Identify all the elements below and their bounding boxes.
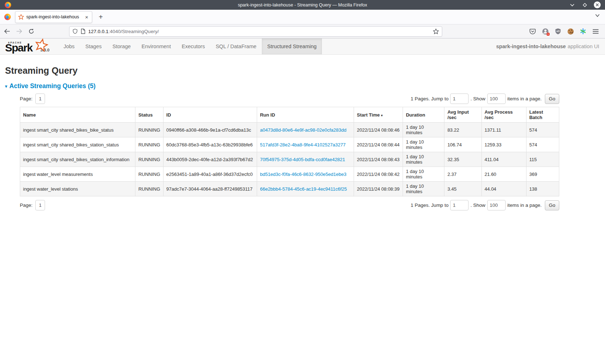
list-tabs-button[interactable] bbox=[595, 14, 600, 17]
header-avg-input[interactable]: Avg Input /sec bbox=[444, 107, 481, 123]
header-duration[interactable]: Duration bbox=[403, 107, 444, 123]
application-label: spark-ingest-into-lakehouse application … bbox=[496, 38, 605, 54]
back-button[interactable] bbox=[1, 26, 12, 36]
nav-tab-sql-dataframe[interactable]: SQL / DataFrame bbox=[210, 38, 262, 54]
spark-logo[interactable]: APACHE Spark 3.3.0 bbox=[0, 38, 53, 54]
header-latest-batch[interactable]: Latest Batch bbox=[526, 107, 559, 123]
cell-start-time: 2022/11/24 08:08:43 bbox=[354, 152, 403, 167]
spark-nav-items: Jobs Stages Storage Environment Executor… bbox=[58, 38, 322, 54]
header-name[interactable]: Name bbox=[20, 107, 135, 123]
cell-run-id: a0473d8d-80e6-4e9f-ac98-02e0cfa283dd bbox=[257, 123, 354, 137]
jump-to-input[interactable] bbox=[450, 200, 469, 210]
cell-status: RUNNING bbox=[135, 137, 163, 152]
header-id[interactable]: ID bbox=[163, 107, 257, 123]
cell-status: RUNNING bbox=[135, 167, 163, 182]
go-button[interactable]: Go bbox=[545, 94, 559, 104]
page-title: Streaming Query bbox=[5, 65, 600, 76]
run-id-link[interactable]: a0473d8d-80e6-4e9f-ac98-02e0cfa283dd bbox=[260, 127, 346, 133]
total-pages-text: 1 Pages. Jump to bbox=[411, 96, 448, 101]
cell-id: 0940ff66-a308-466b-9e1a-cf7cd6dba13c bbox=[163, 123, 257, 137]
toolbar-extensions: ✕ uO bbox=[529, 28, 605, 35]
header-start-time[interactable]: Start Time ▾ bbox=[354, 107, 403, 123]
nav-tab-jobs[interactable]: Jobs bbox=[58, 38, 80, 54]
nav-tab-stages[interactable]: Stages bbox=[80, 38, 107, 54]
cookie-extension-icon[interactable] bbox=[567, 28, 574, 35]
account-extension-icon[interactable]: ✕ bbox=[542, 28, 549, 35]
cell-avg-input: 32.35 bbox=[444, 152, 481, 167]
cell-duration: 1 day 10 minutes bbox=[403, 182, 444, 196]
cell-start-time: 2022/11/24 08:08:46 bbox=[354, 123, 403, 137]
cell-avg-input: 2.37 bbox=[444, 167, 481, 182]
page-number-input[interactable] bbox=[35, 200, 45, 210]
nav-tab-environment[interactable]: Environment bbox=[136, 38, 176, 54]
cell-avg-input: 3.45 bbox=[444, 182, 481, 196]
go-button[interactable]: Go bbox=[545, 200, 559, 210]
nav-tab-storage[interactable]: Storage bbox=[107, 38, 136, 54]
cell-latest-batch: 369 bbox=[526, 167, 559, 182]
url-path: :4040/StreamingQuery/ bbox=[108, 29, 159, 34]
spark-wordmark: Spark bbox=[5, 43, 32, 53]
application-suffix: application UI bbox=[568, 44, 599, 49]
header-avg-process[interactable]: Avg Process /sec bbox=[481, 107, 526, 123]
page-label: Page: bbox=[20, 203, 32, 208]
header-run-id[interactable]: Run ID bbox=[257, 107, 354, 123]
nav-tab-structured-streaming[interactable]: Structured Streaming bbox=[262, 38, 322, 54]
cell-name: ingest water_level stations bbox=[20, 182, 135, 196]
header-status[interactable]: Status bbox=[135, 107, 163, 123]
browser-tab[interactable]: spark-ingest-into-lakehous × bbox=[15, 11, 92, 23]
page-number-input[interactable] bbox=[35, 94, 45, 104]
cookie-icon bbox=[568, 28, 574, 35]
cell-duration: 1 day 10 minutes bbox=[403, 137, 444, 152]
pagination-top: Page: 1 Pages. Jump to . Show items in a… bbox=[20, 94, 559, 104]
cell-latest-batch: 115 bbox=[526, 152, 559, 167]
page-icon bbox=[81, 28, 85, 34]
jump-to-input[interactable] bbox=[450, 94, 469, 104]
reload-icon bbox=[28, 28, 34, 34]
run-id-link[interactable]: 517afd3f-28e2-4ba8-9fe4-4102527a3277 bbox=[260, 142, 346, 147]
cell-latest-batch: 574 bbox=[526, 137, 559, 152]
url-bar[interactable]: 127.0.0.1:4040/StreamingQuery/ bbox=[69, 26, 442, 37]
hamburger-icon bbox=[593, 29, 599, 34]
items-per-page-input[interactable] bbox=[487, 94, 506, 104]
navigation-toolbar: 127.0.0.1:4040/StreamingQuery/ ✕ uO bbox=[0, 24, 605, 38]
active-queries-table-zone: Page: 1 Pages. Jump to . Show items in a… bbox=[20, 94, 559, 210]
cell-avg-input: 83.22 bbox=[444, 123, 481, 137]
cell-avg-process: 411.04 bbox=[481, 152, 526, 167]
forward-button[interactable] bbox=[14, 26, 24, 36]
items-text: items in a page. bbox=[507, 203, 542, 208]
chevron-down-icon bbox=[595, 14, 600, 17]
cell-start-time: 2022/11/24 08:08:44 bbox=[354, 137, 403, 152]
cell-run-id: 70f54975-375d-4d05-bdfa-ccd0fae42821 bbox=[257, 152, 354, 167]
asterisk-extension-icon[interactable] bbox=[579, 28, 587, 35]
run-id-link[interactable]: bd51ed3c-f0fa-46c6-8632-950e5ed1ebe3 bbox=[260, 172, 346, 177]
tab-close-icon[interactable]: × bbox=[84, 14, 89, 20]
cell-name: ingest smart_city shared_bikes_station_s… bbox=[20, 137, 135, 152]
error-badge: ✕ bbox=[547, 33, 550, 36]
cell-avg-process: 44.04 bbox=[481, 182, 526, 196]
items-per-page-input[interactable] bbox=[487, 200, 506, 210]
table-row: ingest water_level measurements RUNNING … bbox=[20, 167, 559, 182]
firefox-view-button[interactable] bbox=[2, 12, 13, 22]
section-title: Active Streaming Queries (5) bbox=[9, 82, 95, 90]
cell-id: 60dc3768-85e3-4fb5-a13c-63b29938bfe6 bbox=[163, 137, 257, 152]
new-tab-button[interactable]: + bbox=[97, 13, 105, 21]
menu-button[interactable] bbox=[592, 28, 599, 35]
ublock-icon[interactable]: uO bbox=[554, 28, 561, 35]
run-id-link[interactable]: 70f54975-375d-4d05-bdfa-ccd0fae42821 bbox=[260, 157, 345, 162]
reload-button[interactable] bbox=[26, 26, 37, 36]
sort-arrow-icon: ▾ bbox=[381, 114, 383, 117]
cell-avg-process: 1371.11 bbox=[481, 123, 526, 137]
collapse-arrow-icon: ▾ bbox=[5, 84, 7, 89]
cell-start-time: 2022/11/24 08:08:39 bbox=[354, 182, 403, 196]
active-queries-section-header[interactable]: ▾ Active Streaming Queries (5) bbox=[5, 82, 600, 90]
cell-name: ingest smart_city shared_bikes_station_i… bbox=[20, 152, 135, 167]
cell-run-id: 66e2bbb4-5784-45c6-ac19-4ec9411c6f25 bbox=[257, 182, 354, 196]
table-row: ingest smart_city shared_bikes_station_i… bbox=[20, 152, 559, 167]
bookmark-star-icon[interactable] bbox=[433, 28, 439, 35]
run-id-link[interactable]: 66e2bbb4-5784-45c6-ac19-4ec9411c6f25 bbox=[260, 186, 347, 192]
table-row: ingest smart_city shared_bikes_bike_stat… bbox=[20, 123, 559, 137]
cell-status: RUNNING bbox=[135, 123, 163, 137]
nav-tab-executors[interactable]: Executors bbox=[176, 38, 210, 54]
pocket-icon[interactable] bbox=[529, 28, 536, 35]
table-row: ingest water_level stations RUNNING 97ad… bbox=[20, 182, 559, 196]
